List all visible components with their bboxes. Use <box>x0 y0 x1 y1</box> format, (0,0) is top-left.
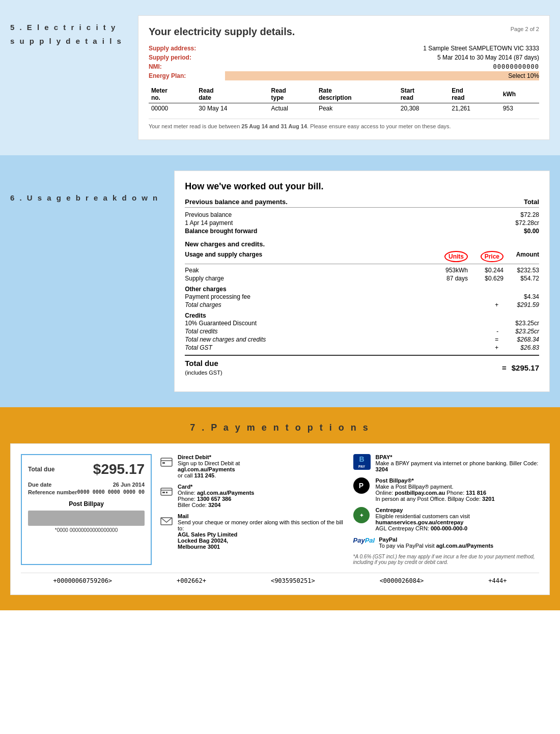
meter-col-rate-desc: Ratedescription <box>316 86 398 103</box>
centrepay-title: Centrepay <box>376 507 403 513</box>
barcode-graphic <box>28 511 145 526</box>
svg-rect-5 <box>162 492 165 493</box>
supply-period-value: 5 Mar 2014 to 30 May 2014 (87 days) <box>225 53 539 62</box>
bpay-body: Make a BPAY payment via internet or phon… <box>376 460 539 472</box>
supply-address-row: Supply address: 1 Sample Street SAMPLETO… <box>149 44 539 53</box>
section5-title: 5 . E l e c t r i c i t y s u p p l y d … <box>10 15 123 48</box>
centrepay-icon-container: ✦ <box>353 507 372 523</box>
payment-total-due-amount: $295.17 <box>93 461 145 477</box>
prev-balance-row: Previous balance $72.28 <box>185 211 539 219</box>
peak-amount: $232.53 <box>503 267 539 274</box>
total-credits-row: Total credits - $23.25cr <box>185 327 539 335</box>
prev-balance-label: Previous balance <box>185 211 498 218</box>
total-gst-symbol: + <box>488 344 498 351</box>
ref-label: Reference number <box>28 489 77 495</box>
total-due-row: Total due(includes GST) = $295.17 <box>185 355 539 376</box>
total-credits-value: $23.25cr <box>498 328 539 335</box>
peak-units: 953kWh <box>432 267 468 274</box>
centrepay-icon: ✦ <box>353 507 370 523</box>
total-gst-value: $26.83 <box>498 344 539 351</box>
meter-col-read-date: Readdate <box>196 86 268 103</box>
total-new-label: Total new charges and credits <box>185 336 488 343</box>
meter-no: 00000 <box>149 103 196 114</box>
direct-debit-body: Sign up to Direct Debit atagl.com.au/Pay… <box>178 460 240 478</box>
units-header: Units <box>432 251 468 262</box>
brought-forward-label: Balance brought forward <box>185 228 498 235</box>
discount-row: 10% Guaranteed Discount $23.25cr <box>185 319 539 327</box>
read-type: Actual <box>269 103 316 114</box>
post-billpay-icon-container: P <box>353 477 372 494</box>
section6-title: 6 . U s a g e b r e a k d o w n <box>10 171 159 205</box>
supply-period-label: Supply period: <box>149 53 225 62</box>
bottom-code-4: <0000026084> <box>380 577 424 584</box>
total-new-row: Total new charges and credits = $268.34 <box>185 335 539 344</box>
svg-rect-2 <box>162 462 165 464</box>
section7-payment-options: 7 . P a y m e n t o p t i o n s Total du… <box>0 407 560 610</box>
card-body: Online: agl.com.au/PaymentsPhone: 1300 6… <box>178 490 254 508</box>
credits-label: Credits <box>185 312 539 319</box>
total-credits-symbol: - <box>488 328 498 335</box>
total-credits-label: Total credits <box>185 328 488 335</box>
peak-row: Peak 953kWh $0.244 $232.53 <box>185 266 539 274</box>
bottom-code-2: +002662+ <box>177 577 206 584</box>
total-gst-row: Total GST + $26.83 <box>185 344 539 352</box>
processing-fee-value: $4.34 <box>498 293 539 300</box>
post-billpay-option: P Post Billpay®* Make a Post Billpay® pa… <box>353 477 539 502</box>
supply-period-row: Supply period: 5 Mar 2014 to 30 May 2014… <box>149 53 539 62</box>
bottom-code-3: <9035950251> <box>271 577 315 584</box>
payment-top: Total due $295.17 Due date 26 Jun 2014 R… <box>21 454 539 565</box>
page-number: Page 2 of 2 <box>511 26 539 32</box>
total-charges-row: Total charges + $291.59 <box>185 301 539 309</box>
processing-fee-row: Payment processing fee $4.34 <box>185 293 539 301</box>
rate-desc: Peak <box>316 103 398 114</box>
supply-address-label: Supply address: <box>149 44 225 53</box>
mail-icon <box>159 514 174 531</box>
meter-data-row: 00000 30 May 14 Actual Peak 20,308 21,26… <box>149 103 539 114</box>
svg-rect-6 <box>166 492 167 493</box>
post-billpay-option-body: Make a Post Billpay® payment.Online: pos… <box>376 484 495 502</box>
processing-fee-label: Payment processing fee <box>185 293 498 300</box>
read-date: 30 May 14 <box>196 103 268 114</box>
brought-forward-row: Balance brought forward $0.00 <box>185 227 539 235</box>
charges-header: Usage and supply charges Units Price Amo… <box>185 251 539 264</box>
bottom-codes: +00000060759206> +002662+ <9035950251> <… <box>21 573 539 584</box>
payment-total-due-label: Total due <box>28 466 54 473</box>
section7-title: 7 . P a y m e n t o p t i o n s <box>10 422 550 433</box>
post-billpay-option-title: Post Billpay®* <box>376 477 414 484</box>
nmi-row: NMI: 00000000000 <box>149 62 539 71</box>
total-due-label: Total due(includes GST) <box>185 359 222 376</box>
peak-price: $0.244 <box>468 267 503 274</box>
payment-footnote: *A 0.6% (GST incl.) fee may apply if we … <box>353 554 539 565</box>
prev-balance-value: $72.28 <box>498 211 539 218</box>
meter-readings-table: Meterno. Readdate Readtype Ratedescripti… <box>149 86 539 114</box>
due-date-info: Due date 26 Jun 2014 Reference number 00… <box>28 482 145 495</box>
start-read: 20,308 <box>398 103 450 114</box>
centrepay-details: Centrepay Eligible residential customers… <box>376 507 539 531</box>
total-gst-label: Total GST <box>185 344 488 351</box>
usage-supply-header: Usage and supply charges <box>185 251 432 262</box>
due-date-label: Due date <box>28 482 51 488</box>
meter-read-note: Your next meter read is due between 25 A… <box>149 119 539 129</box>
mail-body: Send your cheque or money order along wi… <box>178 519 343 550</box>
direct-debit-title: Direct Debit* <box>178 454 211 460</box>
payment-value: $72.28cr <box>498 219 539 227</box>
total-due-value: $295.17 <box>512 363 539 372</box>
section6-usage-breakdown: 6 . U s a g e b r e a k d o w n How we'v… <box>0 155 560 407</box>
payment-card: Total due $295.17 Due date 26 Jun 2014 R… <box>10 443 550 595</box>
kwh: 953 <box>500 103 539 114</box>
supply-address-value: 1 Sample Street SAMPLETOWN VIC 3333 <box>225 44 539 53</box>
meter-col-meter-no: Meterno. <box>149 86 196 103</box>
total-charges-label: Total charges <box>185 301 488 308</box>
supply-info-table: Supply address: 1 Sample Street SAMPLETO… <box>149 44 539 80</box>
paypal-icon: PayPal <box>353 537 375 544</box>
energy-plan-value: Select 10% <box>225 71 539 80</box>
total-new-value: $268.34 <box>498 336 539 343</box>
direct-debit-details: Direct Debit* Sign up to Direct Debit at… <box>178 454 240 478</box>
section6-heading: How we've worked out your bill. <box>185 181 539 192</box>
meter-col-start-read: Startread <box>398 86 450 103</box>
paypal-details: PayPal To pay via PayPal visit agl.com.a… <box>379 537 493 549</box>
payment-left-box: Total due $295.17 Due date 26 Jun 2014 R… <box>21 454 152 565</box>
paypal-title: PayPal <box>379 537 397 543</box>
other-charges-label: Other charges <box>185 286 539 293</box>
card-option: Card* Online: agl.com.au/PaymentsPhone: … <box>159 484 345 508</box>
